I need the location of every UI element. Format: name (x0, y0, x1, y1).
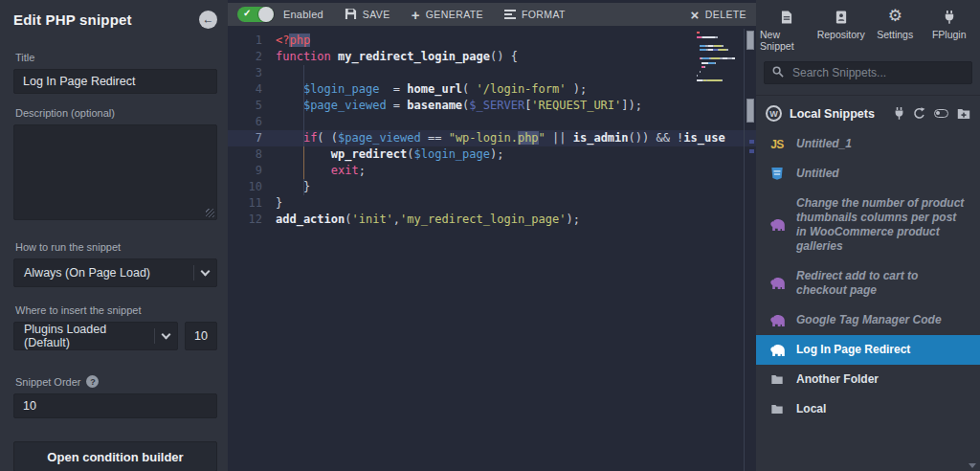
delete-button[interactable]: × DELETE (691, 8, 746, 22)
plug-icon[interactable] (894, 107, 904, 120)
editor-scrollbar (744, 29, 756, 471)
insert-select-value: Plugins Loaded (Default) (24, 323, 146, 349)
save-button[interactable]: SAVE (345, 8, 390, 22)
toggle-knob (258, 7, 274, 22)
insert-label: Where to insert the snippet (15, 304, 217, 316)
nav-new-snippet[interactable]: New Snippet (760, 8, 814, 52)
code-line: 4 $login_page = home_url( '/login-form' … (228, 81, 756, 98)
format-lines-icon (504, 10, 516, 19)
document-icon (781, 8, 792, 24)
edit-snippet-panel: Edit PHP snippet ← Title Description (op… (0, 0, 228, 471)
snippet-item[interactable]: Google Tag Manager Code (756, 305, 980, 335)
id-badge-icon (835, 8, 847, 24)
run-select[interactable]: Always (On Page Load) (13, 258, 217, 287)
help-icon[interactable]: ? (86, 375, 99, 388)
snippet-title: Another Folder (796, 372, 879, 387)
sync-icon[interactable] (913, 107, 925, 120)
enabled-toggle[interactable]: ✓ (237, 7, 274, 22)
snippet-order-input[interactable] (13, 393, 217, 418)
snippet-title: Untitled (796, 167, 839, 181)
insert-priority-input[interactable] (185, 322, 217, 350)
php-icon (768, 344, 787, 357)
toggle-icon[interactable] (934, 109, 948, 118)
run-select-value: Always (On Page Load) (24, 266, 186, 280)
sidebar-nav: New Snippet Repository ⚙ Settings (756, 0, 980, 52)
folder-icon (768, 404, 787, 415)
code-line: 8 wp_redirect($login_page); (228, 146, 756, 163)
open-condition-builder-button[interactable]: Open condition builder (13, 441, 217, 471)
resize-grip[interactable] (206, 209, 214, 217)
code-line: 1<?php (228, 33, 756, 49)
enabled-label: Enabled (283, 9, 323, 20)
php-icon (768, 277, 787, 290)
code-line: 7 if( ($page_viewed == "wp-login.php" ||… (228, 130, 756, 146)
code-line: 10 } (228, 179, 756, 195)
add-folder-icon[interactable] (957, 108, 970, 120)
php-icon (768, 218, 787, 232)
code-line: 2function my_redirect_login_page() { (228, 49, 756, 65)
insert-select[interactable]: Plugins Loaded (Default) (13, 322, 178, 350)
title-input[interactable] (13, 69, 217, 94)
chevron-down-icon (162, 329, 171, 339)
code-line: 11} (228, 195, 756, 212)
description-textarea[interactable] (13, 124, 217, 220)
edit-snippet-header: Edit PHP snippet ← (13, 0, 217, 38)
snippet-item[interactable]: Redirect add to cart to checkout page (756, 261, 980, 305)
description-label: Description (optional) (15, 107, 217, 119)
gear-icon: ⚙ (888, 8, 902, 24)
title-label: Title (15, 52, 217, 63)
close-icon: × (691, 8, 700, 22)
snippets-sidebar: New Snippet Repository ⚙ Settings (756, 0, 980, 471)
generate-button[interactable]: + GENERATE (412, 8, 483, 22)
format-button[interactable]: FORMAT (504, 9, 566, 20)
nav-fplugin[interactable]: FPlugin (923, 8, 977, 52)
code-line: 6 (228, 114, 756, 130)
minimap[interactable] (697, 32, 741, 83)
js-icon: JS (768, 138, 787, 151)
scroll-down-icon[interactable] (969, 463, 976, 468)
wordpress-icon: W (766, 105, 782, 122)
code-line: 3 (228, 65, 756, 81)
css-icon (768, 167, 787, 181)
nav-settings[interactable]: ⚙ Settings (868, 8, 923, 52)
snippet-title: Log In Page Redirect (796, 343, 910, 357)
search-match-marker (749, 140, 754, 144)
snippet-title: Redirect add to cart to checkout page (796, 269, 969, 298)
nav-repository[interactable]: Repository (814, 8, 869, 52)
snippet-title: Local (796, 402, 826, 416)
local-snippets-header: W Local Snippets (756, 96, 980, 129)
snippet-item[interactable]: Change the number of product thumbnails … (756, 189, 980, 261)
search-input[interactable] (791, 65, 964, 80)
chevron-down-icon (201, 266, 211, 276)
page-title: Edit PHP snippet (13, 11, 132, 28)
snippet-item[interactable]: JSUntitled_1 (756, 129, 980, 159)
code-line: 12add_action('init','my_redirect_login_p… (228, 212, 756, 228)
editor-toolbar: ✓ Enabled SAVE (228, 0, 756, 29)
save-icon (345, 8, 357, 22)
php-icon (768, 314, 787, 327)
search-box[interactable] (764, 61, 972, 84)
code-editor[interactable]: 1<?php2function my_redirect_login_page()… (228, 29, 756, 471)
plug-icon (944, 8, 955, 24)
scrollbar-thumb[interactable] (746, 31, 754, 50)
folder-item[interactable]: Another Folder (756, 365, 980, 394)
back-button[interactable]: ← (199, 11, 217, 29)
snippet-title: Google Tag Manager Code (796, 313, 942, 327)
select-divider (193, 265, 194, 280)
scrollbar-thumb[interactable] (746, 99, 754, 123)
code-line: 9 exit; (228, 163, 756, 179)
folder-item[interactable]: Local (756, 394, 980, 424)
code-lines: 1<?php2function my_redirect_login_page()… (228, 33, 756, 228)
search-match-marker (749, 149, 754, 153)
snippet-item[interactable]: Log In Page Redirect (756, 335, 980, 365)
check-icon: ✓ (243, 8, 251, 18)
local-snippets-title: Local Snippets (790, 107, 886, 121)
snippet-list: JSUntitled_1UntitledChange the number of… (756, 129, 980, 471)
back-arrow-icon: ← (203, 13, 214, 25)
select-divider (154, 328, 155, 344)
folder-icon (768, 374, 787, 385)
run-label: How to run the snippet (15, 241, 217, 253)
snippet-order-label: Snippet Order ? (15, 375, 217, 388)
search-icon (772, 64, 784, 81)
snippet-item[interactable]: Untitled (756, 159, 980, 189)
